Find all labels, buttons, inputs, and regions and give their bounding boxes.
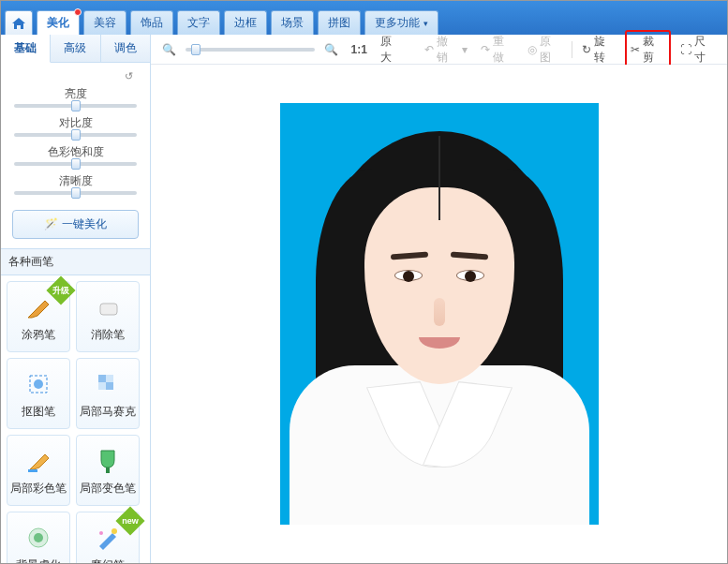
tab-label: 美化 bbox=[47, 15, 69, 31]
svg-rect-3 bbox=[106, 375, 113, 382]
slider-thumb[interactable] bbox=[71, 100, 81, 111]
tab-beautify[interactable]: 美化 bbox=[37, 10, 80, 35]
tab-label: 拼图 bbox=[328, 15, 350, 31]
tab-label: 文字 bbox=[187, 15, 210, 31]
redo-icon: ↷ bbox=[481, 43, 490, 56]
slider-thumb[interactable] bbox=[71, 158, 81, 170]
svg-point-1 bbox=[34, 379, 43, 389]
canvas-toolbar: 🔍 🔍 1:1 原大 ↶ 撤销 ▾ ↷ 重做 ◎ 原图 bbox=[151, 35, 727, 65]
new-badge-icon: new bbox=[115, 506, 144, 535]
tool-label: 抠图笔 bbox=[22, 404, 55, 420]
tab-accessory[interactable]: 饰品 bbox=[130, 10, 173, 35]
notification-dot-icon bbox=[74, 8, 82, 16]
slider-thumb[interactable] bbox=[71, 187, 81, 199]
svg-rect-0 bbox=[100, 304, 117, 315]
zoom-slider[interactable] bbox=[186, 48, 315, 52]
crop-button[interactable]: ✂ 裁剪 bbox=[625, 30, 670, 69]
tool-doodle-brush[interactable]: 升级 涂鸦笔 bbox=[7, 281, 70, 352]
brightness-slider[interactable] bbox=[14, 104, 137, 108]
rotate-icon: ↻ bbox=[582, 43, 591, 56]
zoom-original-button[interactable]: 原大 bbox=[377, 32, 407, 67]
tab-frame[interactable]: 边框 bbox=[224, 10, 267, 35]
tool-local-color-brush[interactable]: 局部彩色笔 bbox=[7, 435, 70, 506]
contrast-slider[interactable] bbox=[14, 133, 137, 137]
reset-sliders-button[interactable]: ↺ bbox=[14, 70, 137, 82]
reset-icon: ↺ bbox=[125, 70, 133, 82]
tool-cutout[interactable]: 抠图笔 bbox=[7, 358, 70, 429]
tool-background-blur[interactable]: 背景虚化 bbox=[7, 512, 70, 563]
tab-cosmetic[interactable]: 美容 bbox=[83, 10, 126, 35]
tool-label: 局部变色笔 bbox=[80, 481, 136, 497]
canvas-stage[interactable] bbox=[151, 65, 727, 563]
svg-point-11 bbox=[99, 531, 103, 535]
undo-icon: ↶ bbox=[424, 43, 434, 56]
tab-collage[interactable]: 拼图 bbox=[318, 10, 361, 35]
compare-original-button[interactable]: ◎ 原图 bbox=[524, 32, 565, 67]
svg-rect-5 bbox=[106, 382, 113, 390]
undo-button[interactable]: ↶ 撤销 ▾ bbox=[421, 32, 470, 67]
slider-thumb[interactable] bbox=[71, 129, 81, 141]
saturation-slider[interactable] bbox=[14, 162, 137, 166]
brush-tool-grid: 升级 涂鸦笔 消除笔 抠图笔 局部马赛克 局部彩色笔 局 bbox=[1, 275, 150, 563]
tool-eraser[interactable]: 消除笔 bbox=[76, 281, 140, 352]
size-icon: ⛶ bbox=[680, 43, 691, 56]
rotate-button[interactable]: ↻ 旋转 bbox=[578, 32, 619, 67]
chevron-down-icon: ▾ bbox=[462, 43, 468, 56]
tool-label: 局部彩色笔 bbox=[10, 481, 67, 497]
svg-point-10 bbox=[111, 528, 117, 534]
zoom-in-icon: 🔍 bbox=[324, 43, 338, 56]
eraser-icon bbox=[92, 291, 124, 323]
subtab-basic[interactable]: 基础 bbox=[1, 35, 51, 63]
hue-brush-icon bbox=[92, 445, 124, 477]
one-key-label: 一键美化 bbox=[62, 217, 107, 230]
tool-magic-brush[interactable]: new 魔幻笔 bbox=[76, 512, 140, 563]
tool-mosaic[interactable]: 局部马赛克 bbox=[76, 358, 140, 429]
tool-label: 局部马赛克 bbox=[80, 404, 136, 420]
slider-thumb[interactable] bbox=[191, 44, 201, 55]
subtab-color[interactable]: 调色 bbox=[101, 35, 150, 62]
chevron-down-icon: ▾ bbox=[423, 19, 428, 28]
home-icon bbox=[11, 17, 26, 30]
resize-button[interactable]: ⛶ 尺寸 bbox=[676, 32, 720, 67]
blur-icon bbox=[22, 522, 54, 554]
zoom-out-icon: 🔍 bbox=[162, 43, 176, 56]
svg-rect-4 bbox=[98, 382, 106, 390]
one-key-beautify-button[interactable]: 🪄 一键美化 bbox=[12, 210, 139, 239]
home-tab[interactable] bbox=[5, 10, 33, 35]
redo-button[interactable]: ↷ 重做 bbox=[477, 32, 518, 67]
tab-label: 更多功能 bbox=[375, 15, 420, 31]
color-brush-icon bbox=[22, 445, 54, 477]
wand-icon: 🪄 bbox=[44, 217, 58, 230]
zoom-1to1-button[interactable]: 1:1 bbox=[348, 41, 371, 58]
tab-label: 场景 bbox=[281, 15, 304, 31]
canvas-area: 🔍 🔍 1:1 原大 ↶ 撤销 ▾ ↷ 重做 ◎ 原图 bbox=[151, 35, 727, 563]
tab-label: 饰品 bbox=[141, 15, 163, 31]
brush-icon bbox=[22, 291, 54, 323]
sharpness-slider[interactable] bbox=[14, 191, 137, 195]
separator bbox=[572, 41, 572, 58]
tool-local-hue-brush[interactable]: 局部变色笔 bbox=[76, 435, 140, 506]
zoom-out-button[interactable]: 🔍 bbox=[158, 41, 180, 58]
cutout-icon bbox=[22, 368, 54, 400]
subtab-advanced[interactable]: 高级 bbox=[51, 35, 100, 62]
tab-text[interactable]: 文字 bbox=[177, 10, 220, 35]
tab-more[interactable]: 更多功能 ▾ bbox=[364, 10, 438, 35]
svg-point-9 bbox=[34, 533, 43, 542]
zoom-in-button[interactable]: 🔍 bbox=[320, 41, 342, 58]
tool-label: 魔幻笔 bbox=[91, 557, 125, 564]
sidebar: 基础 高级 调色 ↺ 亮度 对比度 色彩饱和度 清晰度 🪄 bbox=[1, 35, 151, 563]
mosaic-icon bbox=[92, 368, 124, 400]
magic-icon bbox=[92, 522, 124, 554]
upgrade-badge-icon: 升级 bbox=[46, 275, 75, 304]
original-icon: ◎ bbox=[527, 43, 537, 56]
brush-section-title: 各种画笔 bbox=[1, 248, 150, 275]
tab-label: 边框 bbox=[234, 15, 257, 31]
svg-rect-2 bbox=[98, 375, 106, 382]
scissors-icon: ✂ bbox=[631, 43, 640, 56]
subtab-bar: 基础 高级 调色 bbox=[1, 35, 150, 63]
svg-rect-7 bbox=[106, 468, 110, 473]
id-photo bbox=[280, 103, 599, 525]
tool-label: 消除笔 bbox=[91, 327, 125, 343]
tab-scene[interactable]: 场景 bbox=[271, 10, 314, 35]
tool-label: 涂鸦笔 bbox=[22, 327, 55, 343]
